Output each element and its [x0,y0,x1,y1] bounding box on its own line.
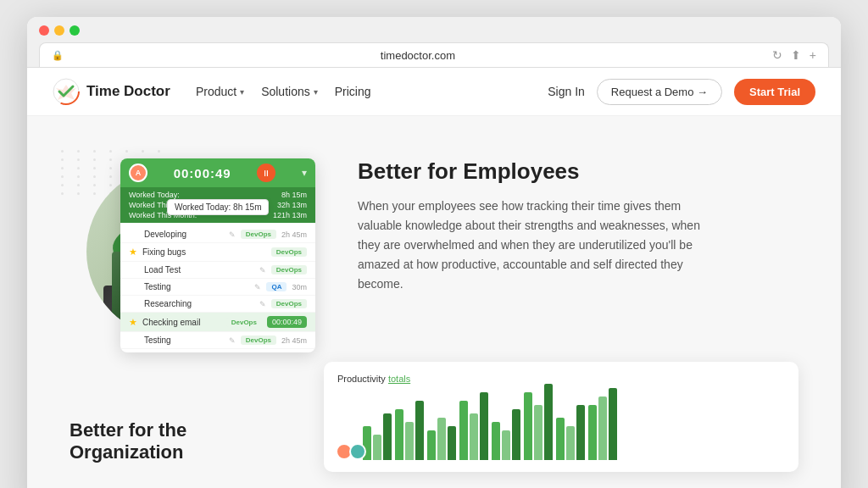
edit-icon: ✎ [229,230,236,239]
chart-bar [534,405,542,460]
task-tag: DevOps [271,299,307,308]
task-time: 30m [292,283,307,291]
browser-actions: ↻ ⬆ + [772,48,816,62]
tracker-task-row[interactable]: Researching ✎ DevOps [120,296,315,313]
task-name: Researching [144,299,254,308]
chart-bar [427,430,436,460]
chart-title: Productivity totals [337,374,785,384]
chart-bar [373,435,381,460]
tracker-task-row[interactable]: Load Test ✎ DevOps [120,262,315,279]
tracker-widget: A 00:00:49 ▾ Worked Today: 8h 15m Worked… [120,158,315,352]
tracker-chevron-icon[interactable]: ▾ [302,167,307,179]
task-tag: DevOps [241,336,276,345]
org-section: Better for the Organization [70,419,290,472]
nav-links: Product ▾ Solutions ▾ Pricing [196,85,522,98]
right-panel: Better for Employees When your employees… [358,150,798,294]
chart-bar [566,426,575,460]
org-section-title: Better for the Organization [70,419,290,463]
bar-group [492,409,520,460]
task-name: Checking email [142,318,221,327]
star-icon: ★ [129,317,137,328]
chart-bar [470,413,478,460]
chart-bar [415,401,424,460]
tracker-timer: 00:00:49 [174,166,231,180]
logo-icon [53,78,80,105]
task-time: 2h 45m [281,230,307,239]
dot-green[interactable] [70,25,80,36]
chart-bar [395,409,403,460]
employee-section-desc: When your employees see how tracking the… [358,197,714,294]
tracker-task-row[interactable]: ★ Fixing bugs DevOps [120,243,315,262]
tracker-header: A 00:00:49 ▾ [120,158,315,187]
logo-text: Time Doctor [86,83,170,100]
bar-group [524,384,553,460]
task-tag: DevOps [271,247,307,257]
chart-bar [405,422,414,460]
edit-icon: ✎ [259,266,266,274]
browser-dots [39,25,829,36]
chart-bar [512,409,520,460]
navbar: Time Doctor Product ▾ Solutions ▾ Pricin… [27,68,841,116]
bar-group [427,418,456,460]
logo[interactable]: Time Doctor [53,78,170,105]
stat-row-today: Worked Today: 8h 15m [129,191,307,199]
chart-bar [598,396,607,460]
bar-group [459,392,488,460]
dot-yellow[interactable] [54,25,64,36]
chart-bar [492,422,500,460]
bar-group [363,413,392,460]
browser-chrome: 🔒 timedoctor.com ↻ ⬆ + [27,17,841,68]
request-demo-button[interactable]: Request a Demo → [597,79,722,105]
chart-avatars [336,443,366,460]
browser-window: 🔒 timedoctor.com ↻ ⬆ + Time Doctor Produ… [27,17,841,488]
pricing-nav-link[interactable]: Pricing [335,85,371,98]
chart-title-link[interactable]: totals [388,374,410,384]
pause-button[interactable] [257,164,275,182]
task-tag: DevOps [271,265,307,274]
start-trial-button[interactable]: Start Trial [734,79,815,105]
chart-bar [459,401,468,460]
edit-icon: ✎ [229,336,236,345]
chart-bar [609,388,617,460]
task-name: Developing [144,230,224,239]
tracker-task-row[interactable]: ★ Checking email DevOps 00:00:49 [120,313,315,332]
lock-icon: 🔒 [52,50,64,61]
edit-icon: ✎ [254,283,261,291]
chart-bar [544,384,553,460]
chart-bar [383,413,392,460]
chart-bar [588,405,597,460]
task-time: 2h 45m [281,336,307,345]
browser-url[interactable]: timedoctor.com [72,49,764,62]
chart-avatar-2 [349,443,366,460]
bar-group [588,388,617,460]
sign-in-link[interactable]: Sign In [548,85,585,98]
refresh-icon[interactable]: ↻ [772,48,782,62]
task-name: Testing [144,336,224,345]
dot-red[interactable] [39,25,49,36]
tracker-task-row[interactable]: Developing ✎ DevOps 2h 45m [120,226,315,243]
tracker-task-row[interactable]: Testing ✎ DevOps 2h 45m [120,332,315,349]
solutions-chevron-icon: ▾ [314,87,318,97]
chart-bar [524,392,532,460]
tracker-task-row[interactable]: Testing ✎ QA 30m [120,279,315,296]
add-tab-icon[interactable]: + [810,48,816,62]
task-name: Fixing bugs [142,247,266,257]
bottom-section: Better for the Organization Productivity… [70,362,798,472]
solutions-nav-link[interactable]: Solutions ▾ [261,85,318,98]
chart-bar [448,426,456,460]
product-nav-link[interactable]: Product ▾ [196,85,244,98]
employee-section-title: Better for Employees [358,158,798,185]
star-icon: ★ [129,247,137,258]
active-time: 00:00:49 [267,316,307,328]
tracker-tooltip: Worked Today: 8h 15m [167,199,269,215]
browser-bar: 🔒 timedoctor.com ↻ ⬆ + [39,42,829,67]
task-tag: QA [266,282,287,291]
chart-bar [556,418,565,460]
nav-actions: Sign In Request a Demo → Start Trial [548,79,815,105]
share-icon[interactable]: ⬆ [791,48,801,62]
tracker-avatar: A [129,164,147,182]
bar-group [556,405,585,460]
task-tag: DevOps [226,318,262,327]
task-name: Testing [144,282,249,291]
chart-bars [337,392,785,460]
